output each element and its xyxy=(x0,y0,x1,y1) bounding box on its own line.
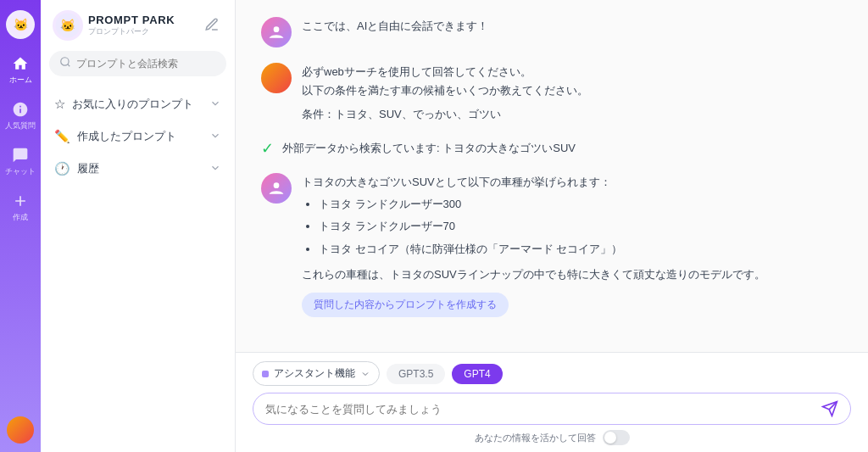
history-label: 履歴 xyxy=(77,161,99,176)
user-message-avatar xyxy=(261,63,292,93)
sidebar-item-popular[interactable]: 人気質問 xyxy=(3,95,37,137)
logo-text: PROMPT PARK プロンプトパーク xyxy=(88,14,175,37)
gpt35-button[interactable]: GPT3.5 xyxy=(387,364,445,384)
list-item: トヨタ セコイア（特に防弾仕様の「アーマード セコイア」） xyxy=(319,240,843,259)
chevron-down-icon-2 xyxy=(209,130,221,144)
star-icon: ☆ xyxy=(54,97,65,112)
my-prompts-section-header[interactable]: ✏️ 作成したプロンプト xyxy=(49,122,226,151)
sidebar-header: 🐱 PROMPT PARK プロンプトパーク xyxy=(49,10,226,41)
info-row: あなたの情報を活かして回答 xyxy=(253,430,851,445)
chat-input[interactable] xyxy=(265,403,815,416)
user-message-body: 必ずwebサーチを使用して回答してください。 以下の条件を満たす車の候補をいくつ… xyxy=(302,63,843,124)
ai-response-message: トヨタの大きなゴツいSUVとして以下の車種が挙げられます： トヨタ ランドクルー… xyxy=(261,173,843,316)
my-prompts-section: ✏️ 作成したプロンプト xyxy=(49,122,226,151)
history-icon: 🕐 xyxy=(54,161,70,176)
sidebar-item-home[interactable]: ホーム xyxy=(3,49,37,92)
assistant-features-button[interactable]: アシスタント機能 xyxy=(253,361,380,386)
my-prompts-label: 作成したプロンプト xyxy=(77,129,176,144)
icon-bar-bottom xyxy=(7,416,34,444)
search-status-row: ✓ 外部データから検索しています: トヨタの大きなゴツいSUV xyxy=(261,139,843,158)
assistant-label: アシスタント機能 xyxy=(274,366,355,381)
sidebar-item-create[interactable]: 作成 xyxy=(3,187,37,229)
svg-text:🐱: 🐱 xyxy=(14,18,29,32)
model-row: アシスタント機能 GPT3.5 GPT4 xyxy=(253,361,851,386)
search-status-text: 外部データから検索しています: トヨタの大きなゴツいSUV xyxy=(282,141,576,156)
chevron-down-icon xyxy=(209,98,221,112)
user-text-3: 条件：トヨタ、SUV、でっかい、ゴツい xyxy=(302,105,843,124)
list-item: トヨタ ランドクルーザー70 xyxy=(319,217,843,236)
svg-text:🐱: 🐱 xyxy=(60,18,75,33)
toggle-switch[interactable] xyxy=(603,430,630,445)
info-text: あなたの情報を活かして回答 xyxy=(475,432,596,444)
ai-response-outro: これらの車種は、トヨタのSUVラインナップの中でも特に大きくて頑丈な造りのモデル… xyxy=(302,265,843,284)
assistant-dot xyxy=(262,371,269,377)
logo-svg: 🐱 xyxy=(53,10,83,41)
chat-input-row xyxy=(253,393,851,425)
logo-title: PROMPT PARK xyxy=(88,14,175,26)
svg-point-7 xyxy=(274,26,280,32)
ai-response-body: トヨタの大きなゴツいSUVとして以下の車種が挙げられます： トヨタ ランドクルー… xyxy=(302,173,843,316)
check-icon: ✓ xyxy=(261,139,274,158)
list-item: トヨタ ランドクルーザー300 xyxy=(319,195,843,214)
icon-bar: 🐱 ホーム 人気質問 チャット 作成 xyxy=(0,0,41,452)
search-input[interactable] xyxy=(76,58,216,70)
search-box[interactable] xyxy=(49,51,226,76)
ai-intro-message: ここでは、AIと自由に会話できます！ xyxy=(261,17,843,47)
chevron-down-icon-4 xyxy=(360,369,370,379)
new-chat-button[interactable] xyxy=(201,14,223,38)
ai-response-intro: トヨタの大きなゴツいSUVとして以下の車種が挙げられます： xyxy=(302,173,843,192)
sidebar-item-chat[interactable]: チャット xyxy=(3,141,37,183)
favorites-section-header[interactable]: ☆ お気に入りのプロンプト xyxy=(49,90,226,119)
create-prompt-button[interactable]: 質問した内容からプロンプトを作成する xyxy=(302,293,509,317)
history-section: 🕐 履歴 xyxy=(49,154,226,183)
search-icon xyxy=(59,56,71,71)
ai-avatar xyxy=(261,17,292,47)
favorites-section: ☆ お気に入りのプロンプト xyxy=(49,90,226,119)
svg-point-8 xyxy=(274,183,280,189)
user-avatar-icon[interactable] xyxy=(7,416,34,444)
history-section-header[interactable]: 🕐 履歴 xyxy=(49,154,226,183)
gpt4-button[interactable]: GPT4 xyxy=(452,364,502,384)
ai-response-avatar xyxy=(261,173,292,204)
chat-area: ここでは、AIと自由に会話できます！ 必ずwebサーチを使用して回答してください… xyxy=(236,0,868,352)
svg-point-6 xyxy=(61,58,69,65)
sidebar-logo: 🐱 PROMPT PARK プロンプトパーク xyxy=(53,10,175,41)
bottom-bar: アシスタント機能 GPT3.5 GPT4 あなたの情報を活かして回答 xyxy=(236,352,868,452)
user-message: 必ずwebサーチを使用して回答してください。 以下の条件を満たす車の候補をいくつ… xyxy=(261,63,843,124)
logo-subtitle: プロンプトパーク xyxy=(88,26,175,37)
user-text-1: 必ずwebサーチを使用して回答してください。 xyxy=(302,63,843,81)
pen-icon: ✏️ xyxy=(54,129,70,144)
ai-response-list: トヨタ ランドクルーザー300 トヨタ ランドクルーザー70 トヨタ セコイア（… xyxy=(302,195,843,258)
logo-icon-bar: 🐱 xyxy=(4,8,36,41)
ai-intro-body: ここでは、AIと自由に会話できます！ xyxy=(302,17,843,36)
main-content: ここでは、AIと自由に会話できます！ 必ずwebサーチを使用して回答してください… xyxy=(236,0,868,452)
chevron-down-icon-3 xyxy=(209,162,221,176)
user-text-2: 以下の条件を満たす車の候補をいくつか教えてください。 xyxy=(302,81,843,100)
favorites-label: お気に入りのプロンプト xyxy=(72,97,193,112)
sidebar: 🐱 PROMPT PARK プロンプトパーク ☆ お気に入りのプロンプト xyxy=(41,0,236,452)
send-button[interactable] xyxy=(821,400,838,417)
ai-intro-text: ここでは、AIと自由に会話できます！ xyxy=(302,20,488,32)
